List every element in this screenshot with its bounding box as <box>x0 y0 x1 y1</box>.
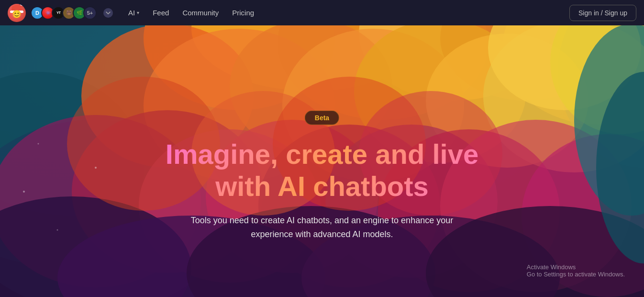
hero-section: Beta Imagine, create and live with AI ch… <box>0 0 644 297</box>
navbar-nav: AI ▾ Feed Community Pricing <box>122 5 260 21</box>
nav-ai-chevron-icon: ▾ <box>137 10 139 15</box>
hero-content: Beta Imagine, create and live with AI ch… <box>166 111 478 241</box>
nav-item-community[interactable]: Community <box>177 5 224 21</box>
navbar-left: 😊 D 👾 YT 🐻 🌿 5+ <box>8 4 113 22</box>
svg-point-41 <box>23 191 25 193</box>
navbar-right: Sign in / Sign up <box>569 5 636 21</box>
logo-face: 😊 <box>12 10 22 19</box>
beta-badge: Beta <box>305 111 339 125</box>
hero-title: Imagine, create and live with AI chatbot… <box>166 138 478 202</box>
svg-point-44 <box>38 143 39 145</box>
nav-item-feed-label: Feed <box>153 9 169 17</box>
windows-watermark-line2: Go to Settings to activate Windows. <box>527 271 625 278</box>
svg-point-43 <box>95 167 97 169</box>
avatar-count[interactable]: 5+ <box>83 6 97 20</box>
nav-item-feed[interactable]: Feed <box>147 5 175 21</box>
svg-point-42 <box>57 229 58 231</box>
hero-title-line2: with AI chatbots <box>215 171 429 202</box>
nav-item-pricing-label: Pricing <box>232 9 254 17</box>
hero-title-line1: Imagine, create and live <box>166 138 478 170</box>
nav-item-pricing[interactable]: Pricing <box>226 5 260 21</box>
nav-item-ai-label: AI <box>128 9 135 17</box>
chevron-down-icon <box>106 11 111 14</box>
windows-watermark-line1: Activate Windows <box>527 263 625 271</box>
nav-item-ai[interactable]: AI ▾ <box>122 5 145 21</box>
hero-subtitle: Tools you need to create AI chatbots, an… <box>178 214 466 241</box>
sign-in-button[interactable]: Sign in / Sign up <box>569 5 636 21</box>
logo[interactable]: 😊 <box>8 4 26 22</box>
avatar-expand-button[interactable] <box>103 8 113 18</box>
windows-watermark: Activate Windows Go to Settings to activ… <box>527 263 625 278</box>
avatar-group: D 👾 YT 🐻 🌿 5+ <box>31 6 97 20</box>
navbar: 😊 D 👾 YT 🐻 🌿 5+ AI ▾ <box>0 0 644 25</box>
nav-item-community-label: Community <box>182 9 219 17</box>
